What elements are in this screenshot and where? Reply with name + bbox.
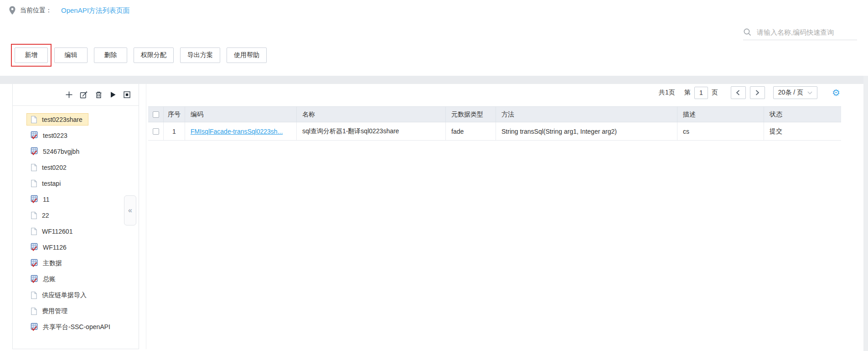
file-icon: [31, 115, 37, 124]
grid-check-icon: [31, 147, 38, 156]
panel-collapse-handle[interactable]: «: [124, 195, 136, 225]
next-page-button[interactable]: [750, 86, 765, 99]
tree-item-label: 共享平台-SSC-openAPI: [43, 323, 110, 331]
tree-item-label: 费用管理: [42, 307, 67, 315]
page-size-select[interactable]: 20条 / 页: [773, 86, 817, 99]
column-header-name: 名称: [296, 107, 445, 122]
column-header-method: 方法: [496, 107, 677, 122]
tree-item-label: WF112601: [42, 228, 72, 235]
action-toolbar: 新增 编辑 删除 权限分配 导出方案 使用帮助: [15, 47, 267, 63]
breadcrumb: 当前位置： OpenAPI方法列表页面: [8, 5, 130, 16]
tree-panel: test0223share test0223: [12, 84, 139, 349]
add-icon[interactable]: [65, 90, 73, 99]
cell-seq: 1: [163, 122, 185, 140]
file-icon: [31, 179, 37, 188]
tree-item[interactable]: 52467bvgjbh: [26, 145, 85, 157]
file-icon: [31, 291, 37, 299]
select-all-checkbox[interactable]: [153, 111, 159, 118]
tree-item-label: 22: [42, 212, 49, 219]
file-icon: [31, 163, 37, 172]
page-size-value: 20条 / 页: [778, 89, 803, 97]
grid-check-icon: [31, 195, 38, 204]
tree-item[interactable]: 22: [26, 209, 55, 221]
method-code-link[interactable]: FMIsqlFacade-transSql0223sh...: [191, 128, 283, 135]
grid-check-icon: [31, 243, 38, 251]
tree-item[interactable]: 11: [26, 193, 56, 205]
edit-icon[interactable]: [79, 90, 88, 99]
run-icon[interactable]: [109, 90, 117, 99]
methods-table: 序号 编码 名称 元数据类型 方法 描述 状态 1 FMIsqlFacade-t…: [148, 106, 841, 141]
right-scroll-strip[interactable]: [863, 76, 868, 351]
column-header-status: 状态: [764, 107, 841, 122]
toolbar-button[interactable]: 使用帮助: [227, 47, 267, 63]
tree-item[interactable]: 供应链单据导入: [26, 289, 93, 301]
grid-check-icon: [31, 323, 38, 331]
table-body: 1 FMIsqlFacade-transSql0223sh... sql查询分析…: [148, 122, 841, 141]
pagination-bar: 共1页 第 页 20条 / 页 ⚙: [659, 86, 840, 100]
tree-item[interactable]: WF1126: [26, 241, 72, 253]
cell-status: 提交: [764, 122, 841, 140]
tree-item[interactable]: WF112601: [26, 225, 78, 237]
tree-item-label: testapi: [42, 180, 61, 187]
tree-item[interactable]: testapi: [26, 177, 67, 189]
tree-item[interactable]: 总账: [26, 273, 62, 285]
toolbar-button-annotation: 使用帮助: [227, 47, 267, 63]
row-checkbox[interactable]: [153, 128, 159, 135]
tree-item-label: 供应链单据导入: [42, 291, 87, 299]
section-divider-band: [0, 76, 868, 84]
file-icon: [31, 211, 37, 220]
column-header-seq: 序号: [163, 107, 185, 122]
page-suffix-label: 页: [712, 89, 718, 97]
tree-item[interactable]: 费用管理: [26, 305, 73, 317]
chevron-down-icon: [807, 91, 812, 94]
toolbar-button[interactable]: 权限分配: [134, 47, 174, 63]
cell-method: String transSql(String arg1, Integer arg…: [496, 122, 677, 140]
grid-check-icon: [31, 259, 38, 267]
tree-item-label: test0223: [43, 132, 67, 139]
column-header-meta-type: 元数据类型: [445, 107, 496, 122]
content-divider: [146, 84, 146, 349]
toolbar-button-annotation: 新增: [15, 47, 48, 63]
tree-item-label: WF1126: [43, 244, 67, 251]
search-input[interactable]: [756, 28, 857, 37]
toolbar-button-annotation: 删除: [94, 47, 127, 63]
grid-check-icon: [31, 275, 38, 283]
grid-check-icon: [31, 131, 38, 140]
collapse-chevrons-icon: «: [128, 206, 132, 215]
file-icon: [31, 307, 37, 315]
settings-gear-icon[interactable]: ⚙: [832, 88, 840, 97]
chevron-right-icon: [754, 89, 760, 96]
tree-item-label: test0223share: [42, 116, 83, 123]
tree-item-label: test0202: [42, 164, 67, 171]
tree-item[interactable]: test0223: [26, 129, 73, 141]
page-number-input[interactable]: [694, 87, 708, 99]
tree-toolbar: [13, 84, 139, 106]
toolbar-button[interactable]: 编辑: [54, 47, 88, 63]
tree-item[interactable]: test0202: [26, 161, 72, 173]
column-header-desc: 描述: [677, 107, 764, 122]
tree-item[interactable]: 共享平台-SSC-openAPI: [26, 321, 116, 333]
total-pages-label: 共1页: [659, 89, 675, 97]
cell-name: sql查询分析器1-翻译sql0223share: [296, 122, 445, 140]
file-icon: [31, 227, 37, 236]
location-pin-icon: [8, 5, 16, 16]
table-row: 1 FMIsqlFacade-transSql0223sh... sql查询分析…: [148, 122, 841, 141]
toolbar-button[interactable]: 新增: [15, 47, 48, 63]
tree-item-label: 11: [43, 196, 50, 203]
tree-item[interactable]: test0223share: [26, 113, 88, 126]
tree-item-label: 主数据: [43, 259, 62, 267]
breadcrumb-page-link[interactable]: OpenAPI方法列表页面: [61, 6, 130, 15]
page-prefix-label: 第: [684, 89, 691, 97]
prev-page-button[interactable]: [731, 86, 746, 99]
toolbar-button-annotation: 权限分配: [134, 47, 174, 63]
tree-item[interactable]: 主数据: [26, 257, 68, 269]
toolbar-button[interactable]: 删除: [94, 47, 127, 63]
toolbar-button[interactable]: 导出方案: [180, 47, 220, 63]
quick-search: [743, 25, 857, 40]
stop-icon[interactable]: [123, 90, 131, 99]
current-location-label: 当前位置：: [20, 6, 52, 15]
delete-icon[interactable]: [94, 90, 103, 99]
tree-item-label: 52467bvgjbh: [43, 148, 79, 155]
cell-meta-type: fade: [445, 122, 496, 140]
tree-item-label: 总账: [43, 275, 56, 283]
